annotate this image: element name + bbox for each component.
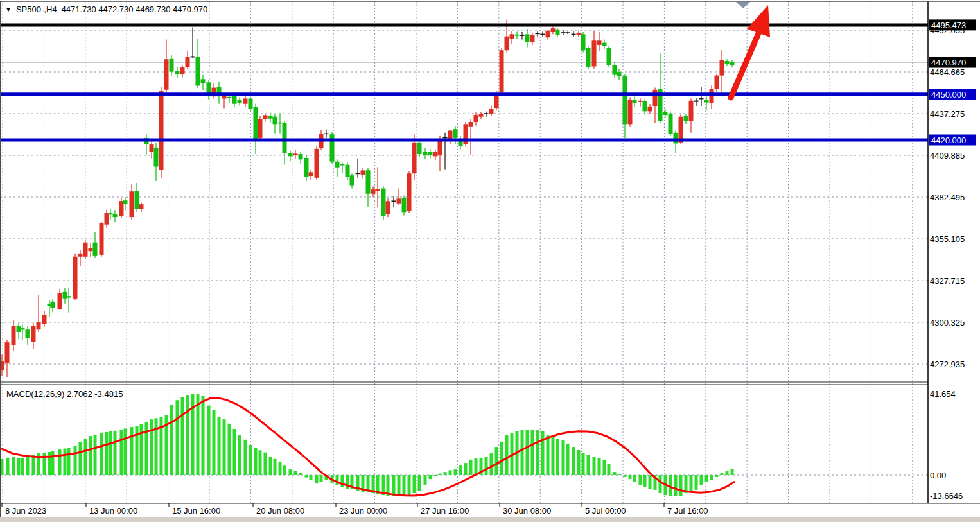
macd-histogram-bar bbox=[700, 475, 703, 485]
candle-body bbox=[254, 107, 258, 139]
candle-body bbox=[551, 28, 556, 32]
candle-body bbox=[515, 35, 520, 36]
macd-histogram-bar bbox=[120, 430, 123, 475]
candle-body bbox=[105, 213, 109, 225]
resistance-price-label: 4495.473 bbox=[931, 21, 966, 30]
candle-body bbox=[412, 143, 417, 173]
macd-histogram-bar bbox=[679, 475, 683, 496]
candle-body bbox=[623, 76, 627, 125]
macd-histogram-bar bbox=[726, 471, 729, 475]
macd-histogram-bar bbox=[294, 471, 297, 475]
time-tick-label: 20 Jun 08:00 bbox=[256, 506, 304, 516]
candle-body bbox=[278, 123, 283, 124]
candle-body bbox=[417, 143, 422, 154]
candle-body bbox=[315, 149, 319, 178]
macd-histogram-bar bbox=[649, 475, 652, 489]
candle-body bbox=[324, 134, 329, 135]
macd-histogram-bar bbox=[439, 474, 442, 475]
macd-histogram-bar bbox=[244, 440, 247, 475]
macd-histogram-bar bbox=[249, 445, 252, 475]
candle-body bbox=[67, 296, 71, 297]
macd-histogram-bar bbox=[413, 475, 416, 493]
macd-histogram-bar bbox=[84, 439, 87, 475]
candle-body bbox=[520, 35, 525, 36]
macd-histogram-bar bbox=[186, 395, 189, 475]
macd-histogram-bar bbox=[94, 435, 97, 475]
macd-histogram-bar bbox=[536, 430, 539, 475]
macd-histogram-bar bbox=[109, 431, 112, 475]
macd-histogram-bar bbox=[320, 475, 323, 482]
price-tick-label: 4409.885 bbox=[930, 151, 965, 161]
macd-histogram-bar bbox=[64, 449, 67, 475]
candle-body bbox=[83, 243, 88, 257]
candle-body bbox=[577, 33, 581, 35]
candle-body bbox=[150, 144, 154, 152]
candle-body bbox=[586, 48, 591, 67]
macd-histogram-bar bbox=[552, 437, 555, 475]
macd-histogram-bar bbox=[434, 475, 437, 476]
macd-histogram-bar bbox=[74, 446, 77, 475]
candle-body bbox=[597, 40, 602, 45]
candle-body bbox=[561, 32, 566, 33]
candle-body bbox=[109, 213, 113, 214]
candle-body bbox=[428, 152, 433, 155]
candle-body bbox=[474, 115, 478, 122]
macd-histogram-bar bbox=[218, 417, 221, 475]
candle-body bbox=[669, 114, 673, 134]
candle-body bbox=[710, 89, 714, 103]
candle-body bbox=[201, 79, 206, 83]
macd-histogram-bar bbox=[582, 453, 585, 475]
macd-histogram-bar bbox=[228, 424, 231, 475]
macd-histogram-bar bbox=[731, 469, 734, 475]
candle-body bbox=[602, 43, 607, 46]
macd-histogram-bar bbox=[12, 457, 15, 475]
macd-histogram-bar bbox=[207, 405, 211, 475]
candle-body bbox=[263, 115, 268, 119]
candle-body bbox=[628, 100, 633, 124]
time-tick-label: 13 Jun 00:00 bbox=[89, 506, 137, 516]
macd-histogram-bar bbox=[531, 430, 534, 475]
candle-body bbox=[58, 293, 62, 309]
candle-body bbox=[73, 257, 78, 299]
candle-body bbox=[346, 165, 350, 177]
candle-body bbox=[42, 315, 47, 324]
price-tick-label: 4437.275 bbox=[930, 109, 965, 119]
window-bottom-chrome bbox=[0, 517, 980, 522]
ohlc-values: 4471.730 4472.730 4469.730 4470.970 bbox=[62, 4, 208, 14]
candle-body bbox=[119, 201, 124, 216]
macd-histogram-bar bbox=[521, 430, 524, 475]
macd-histogram-bar bbox=[695, 475, 698, 490]
macd-histogram-bar bbox=[21, 458, 24, 475]
macd-histogram-bar bbox=[403, 475, 406, 496]
candle-body bbox=[566, 32, 570, 33]
macd-histogram-bar bbox=[459, 465, 462, 475]
candle-body bbox=[648, 107, 652, 112]
macd-histogram-bar bbox=[598, 458, 601, 475]
candle-body bbox=[335, 162, 340, 168]
macd-histogram-bar bbox=[608, 464, 611, 475]
macd-histogram-bar bbox=[130, 427, 134, 475]
macd-histogram-bar bbox=[556, 439, 559, 475]
candle-body bbox=[592, 40, 597, 66]
macd-histogram-bar bbox=[213, 410, 216, 475]
candle-body bbox=[730, 62, 735, 65]
macd-histogram-bar bbox=[6, 458, 10, 475]
macd-histogram-bar bbox=[238, 435, 241, 475]
candle-body bbox=[243, 98, 248, 103]
macd-histogram-bar bbox=[48, 452, 51, 475]
symbol-dropdown-icon[interactable]: ▼ bbox=[5, 5, 12, 13]
candle-body bbox=[154, 148, 159, 167]
candle-body bbox=[100, 223, 104, 255]
candle-body bbox=[196, 57, 200, 85]
candle-body bbox=[191, 56, 195, 57]
macd-histogram-bar bbox=[259, 450, 262, 475]
candle-body bbox=[392, 200, 396, 202]
candle-body bbox=[12, 326, 16, 345]
macd-histogram-bar bbox=[269, 457, 272, 475]
macd-histogram-bar bbox=[424, 475, 427, 485]
macd-histogram-bar bbox=[690, 475, 693, 492]
candle-body bbox=[694, 101, 699, 102]
candle-body bbox=[484, 113, 489, 114]
candle-body bbox=[238, 100, 242, 103]
candle-body bbox=[63, 292, 67, 299]
